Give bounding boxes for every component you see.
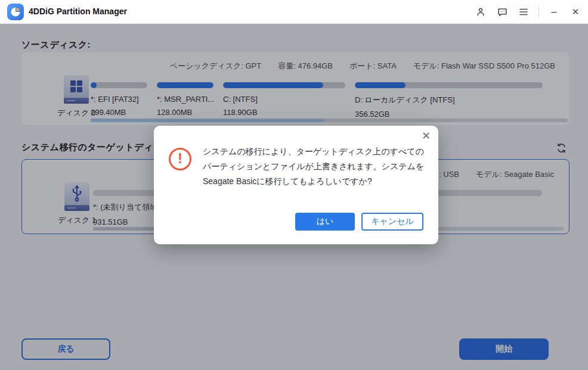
titlebar: 4DDiG Partition Manager bbox=[0, 0, 588, 24]
app-window: 4DDiG Partition Manager bbox=[0, 0, 588, 370]
app-logo-icon bbox=[7, 4, 24, 20]
app-title: 4DDiG Partition Manager bbox=[29, 7, 127, 16]
titlebar-separator bbox=[539, 7, 539, 17]
account-icon[interactable] bbox=[474, 5, 487, 18]
menu-icon[interactable] bbox=[517, 5, 530, 18]
confirm-migration-dialog: ✕ ! システムの移行により、ターゲットディスク上のすべてのパーティションとファ… bbox=[154, 126, 438, 244]
minimize-button[interactable]: – bbox=[547, 5, 561, 18]
dialog-buttons: はい キャンセル bbox=[295, 213, 423, 231]
yes-button[interactable]: はい bbox=[295, 213, 355, 231]
feedback-icon[interactable] bbox=[496, 5, 509, 18]
dialog-close-icon[interactable]: ✕ bbox=[422, 130, 431, 141]
warning-icon: ! bbox=[169, 148, 191, 170]
cancel-button[interactable]: キャンセル bbox=[361, 213, 423, 231]
dialog-message: システムの移行により、ターゲットディスク上のすべてのパーティションとファイルが上… bbox=[203, 144, 431, 189]
close-window-button[interactable]: ✕ bbox=[569, 5, 582, 18]
titlebar-actions: – ✕ bbox=[474, 0, 582, 24]
